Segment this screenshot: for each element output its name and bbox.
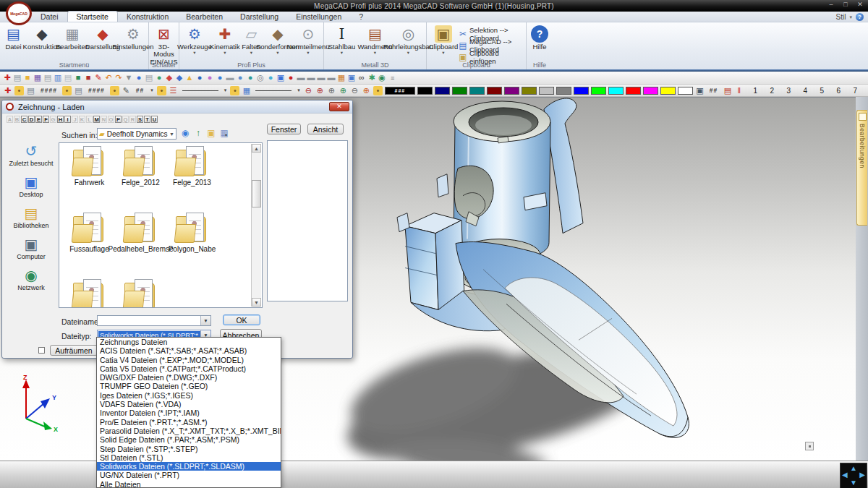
- color-swatch[interactable]: [626, 87, 641, 95]
- zoom-out-icon[interactable]: ⊖: [304, 86, 313, 95]
- ribbon-stahlbau-button[interactable]: I Stahlbau ▾: [326, 25, 359, 56]
- menu-tab[interactable]: Konstruktion: [118, 12, 177, 22]
- layer-number[interactable]: 6: [831, 87, 846, 95]
- ansicht-button[interactable]: Ansicht: [307, 124, 344, 134]
- color-swatch[interactable]: [522, 87, 537, 95]
- letter-filter-button[interactable]: U: [151, 116, 158, 123]
- scrollbar-thumb[interactable]: [252, 180, 261, 207]
- place-computer[interactable]: ▣ Computer: [6, 236, 56, 260]
- binoculars-icon[interactable]: ∞: [357, 73, 366, 82]
- drive-blue-icon[interactable]: ▣: [347, 73, 356, 82]
- folder-item[interactable]: Pedalhebel_Bremse: [115, 213, 166, 279]
- monitor-icon[interactable]: ▣: [695, 86, 705, 95]
- ribbon-sonderformen-button[interactable]: ◆ Sonderformen ▾: [263, 25, 293, 56]
- view-menu-icon[interactable]: ▦: [219, 128, 229, 138]
- aufraeumen-button[interactable]: Aufräumen: [50, 345, 98, 356]
- layer-number[interactable]: 2: [765, 87, 779, 95]
- color-swatch[interactable]: [452, 87, 467, 95]
- menu-tab[interactable]: ?: [350, 12, 372, 22]
- dialog-close-button[interactable]: ✕: [329, 102, 349, 111]
- letter-filter-button[interactable]: F: [43, 116, 49, 123]
- cylinder-icon[interactable]: ▬: [226, 73, 234, 82]
- zoom-fit-icon[interactable]: ⊕: [339, 86, 348, 95]
- dots-icon[interactable]: ✱: [367, 73, 376, 82]
- filetype-option[interactable]: Zeichnungs Dateien: [97, 338, 281, 346]
- dropdown-arrow-icon[interactable]: ▾: [297, 87, 300, 93]
- ball-icon[interactable]: ●: [266, 73, 275, 82]
- user-icon[interactable]: ●: [135, 73, 143, 82]
- tool-blue-icon[interactable]: ◆: [175, 73, 184, 82]
- lock-icon[interactable]: •: [373, 86, 383, 95]
- letter-filter-button[interactable]: M: [93, 116, 100, 123]
- color-swatch[interactable]: [660, 87, 676, 95]
- clipboard-einfuegen-item[interactable]: ▣ Clipboard einfügen: [458, 52, 526, 62]
- letter-filter-button[interactable]: K: [79, 116, 85, 123]
- red-ball-icon[interactable]: ●: [286, 73, 295, 82]
- ribbon-normteilmenu-button[interactable]: ⊙ Normteilmenü ▾: [293, 25, 323, 56]
- place-recent[interactable]: ↺ Zuletzt besucht: [6, 142, 56, 167]
- folder-item[interactable]: Felge_2013: [166, 146, 218, 213]
- tool-red-icon[interactable]: ◆: [165, 73, 174, 82]
- new-icon[interactable]: ✚: [3, 73, 12, 82]
- menu-tab[interactable]: Einstellungen: [287, 12, 350, 22]
- color-swatch[interactable]: [539, 87, 554, 95]
- color-swatch[interactable]: [556, 87, 571, 95]
- menu-tab[interactable]: Startseite: [67, 11, 118, 22]
- place-network[interactable]: ◉ Netzwerk: [6, 267, 56, 291]
- menu-tab[interactable]: Datei: [32, 12, 67, 22]
- letter-filter-button[interactable]: C: [21, 116, 27, 123]
- ribbon-konstruktion-button[interactable]: ◆ Konstruktion: [27, 25, 57, 51]
- layer-number[interactable]: 5: [814, 87, 829, 95]
- folder-item[interactable]: Fussauflage: [64, 213, 115, 279]
- style-selector[interactable]: Stil: [836, 13, 846, 21]
- letter-filter-button[interactable]: B: [14, 116, 20, 123]
- cleanup-checkbox[interactable]: [38, 347, 45, 354]
- ribbon-wandmenu-button[interactable]: ▤ Wandmenü ▾: [359, 25, 392, 56]
- add-icon[interactable]: ✚: [3, 86, 12, 95]
- color-swatch[interactable]: [574, 87, 589, 95]
- ribbon-bearbeiten-button[interactable]: ▦ Bearbeiten: [57, 25, 88, 51]
- combo-dropdown-arrow-icon[interactable]: ▼: [200, 316, 210, 325]
- book-icon[interactable]: ■: [74, 73, 82, 82]
- letter-filter-button[interactable]: O: [108, 116, 114, 123]
- books-icon[interactable]: ■: [84, 73, 93, 82]
- folder-item[interactable]: [64, 279, 115, 308]
- pages-icon[interactable]: ▤: [64, 73, 72, 82]
- filetype-option[interactable]: Pro/E Dateien (*.PRT.*;*.ASM.*): [97, 418, 281, 427]
- folder-item[interactable]: Felge_2012: [115, 146, 166, 213]
- lock-icon[interactable]: •: [62, 86, 72, 95]
- letter-filter-button[interactable]: A: [7, 116, 13, 123]
- ribbon-kinematik-button[interactable]: ✚ Kinematik ▾: [210, 25, 240, 56]
- ribbon-hilfe-button[interactable]: ? Hilfe: [527, 25, 552, 51]
- filetype-option[interactable]: Catia V4 Dateien (*.EXP;*.MOD;*.MODEL): [97, 356, 281, 364]
- up-one-level-icon[interactable]: ↑: [193, 128, 203, 138]
- recent-locations-icon[interactable]: ◉: [180, 128, 190, 138]
- filetype-option[interactable]: DWG/DXF Dateien (*.DWG;*.DXF): [97, 373, 281, 382]
- ok-button[interactable]: OK: [223, 314, 260, 325]
- color-swatch[interactable]: [608, 87, 624, 95]
- style-dropdown-arrow-icon[interactable]: ▾: [849, 14, 852, 20]
- lock-icon[interactable]: •: [157, 86, 166, 95]
- bearbeitungen-side-tab[interactable]: Bearbeitungen: [856, 110, 867, 226]
- dropdown-arrow-icon[interactable]: ▾: [224, 87, 227, 93]
- scroll-down-arrow-icon[interactable]: ▼: [252, 298, 261, 307]
- letter-filter-button[interactable]: E: [35, 116, 42, 123]
- location-combobox[interactable]: ▰ Deefholt Dynamics ▼: [97, 128, 176, 140]
- linestyle-preview[interactable]: [255, 90, 292, 91]
- filetype-option[interactable]: TRUMPF GEO Dateien (*.GEO): [97, 382, 281, 390]
- sheet-icon[interactable]: ▤: [145, 73, 153, 82]
- letter-filter-button[interactable]: G: [50, 116, 56, 123]
- color-swatch[interactable]: [469, 87, 485, 95]
- folder-item[interactable]: Fahrwerk: [64, 146, 115, 213]
- filetype-option[interactable]: Solid Edge Dateien (*.PAR;*.ASM;*.PSM): [97, 435, 281, 444]
- color-swatch[interactable]: [678, 87, 693, 95]
- megacad-logo-icon[interactable]: MegaCAD: [6, 1, 32, 25]
- monitor-icon[interactable]: ▣: [276, 73, 285, 82]
- layers-icon[interactable]: ☰: [169, 86, 178, 95]
- file-list-scrollbar[interactable]: ▲ ▼: [251, 144, 261, 307]
- letter-filter-button[interactable]: T: [144, 116, 150, 123]
- drive-icon[interactable]: ▬: [327, 73, 336, 82]
- letter-filter-button[interactable]: R: [129, 116, 136, 123]
- place-desktop[interactable]: ▣ Desktop: [6, 174, 56, 198]
- globe-icon[interactable]: ◉: [378, 73, 386, 82]
